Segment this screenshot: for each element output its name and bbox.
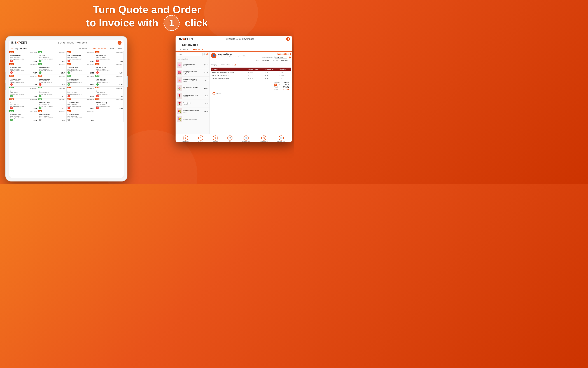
quote-year-badge: 2017	[9, 63, 14, 65]
invoice-title: Edit Invoice	[182, 43, 198, 46]
quote-card-1[interactable]: 2018 00001/2018 Awesome Hotel Date 02/01…	[9, 51, 38, 63]
preview-icon: 👁	[213, 136, 218, 140]
quote-card-18[interactable]: 2017 00006/2017 Awesome Hotel Date 06/08…	[38, 99, 66, 110]
quote-amount: 27.25	[68, 84, 94, 86]
product-type-val[interactable]: All	[185, 58, 189, 60]
quote-card-16[interactable]: 2017 00008/2017 1 Date 06/11/2017Deliver…	[95, 87, 124, 98]
invoice-settings-icon[interactable]: ⚙	[286, 37, 290, 41]
export-pdf-button[interactable]: 📄 Export to PDF	[277, 136, 285, 142]
quote-card-4[interactable]: 2017 00021/2017 My Vendor, Inc. Date 12/…	[95, 51, 124, 63]
tax-checkbox[interactable]: ✓	[274, 83, 277, 86]
opened-sum: Σ Opened USD 268.76	[89, 48, 106, 49]
quote-card-23[interactable]: 2017 00002/2017 4 Seasons Shop Date 04/0…	[67, 110, 95, 122]
due-value[interactable]: 02/01/2018	[280, 60, 291, 62]
quote-card-2[interactable]: 2017 00023/2017 Tim Carl Date 12/11/2017…	[38, 51, 66, 63]
product-item-orchid-bouquet[interactable]: 🌸 Orchid (bouquet) bunch $25.35	[176, 61, 210, 69]
quote-dates: Date 04/09/2017Delivery Date 04/26/2017	[39, 115, 66, 119]
quote-card-5[interactable]: 2017 00020/2017 4 Seasons Shop Date 12/1…	[9, 63, 38, 75]
date-sort[interactable]: ▲ Date	[108, 48, 114, 49]
product-info: Orchid (natural pink) -42 pcs	[184, 87, 203, 90]
product-item-rose-hybrid[interactable]: 🌹 Rose (red tea hybrid) 210 pcs $3.20	[176, 92, 210, 100]
quote-num: 00001/2017	[10, 88, 37, 89]
quotes-back-icon[interactable]: ←	[11, 47, 13, 50]
quote-card-10[interactable]: 2017 00015/2017 4 Seasons Shop Date 06/2…	[38, 75, 66, 86]
quote-card-17[interactable]: 2017 00007/2017 1 Date 06/11/2017Deliver…	[9, 99, 38, 110]
payment-edit-icon[interactable]: ⊕	[289, 56, 291, 59]
category-select[interactable]: -- Please select --	[218, 64, 232, 66]
quote-dates: Date 12/11/2017Delivery Date 12/18/2017	[10, 68, 37, 72]
quote-card-11[interactable]: 2017 00013/2017 4 Seasons Shop Date 06/2…	[67, 75, 95, 86]
save-send-button[interactable]: 📧 Save and send	[242, 136, 250, 142]
quote-card-7[interactable]: 2017 00019/2017 Awesome Hotel Date 10/29…	[67, 63, 95, 75]
quote-card-3[interactable]: 2017 00022/2017 Sun & Rainbow Ltd Date 1…	[67, 51, 95, 63]
product-item-orchid-natural[interactable]: 🌷 Orchid (natural pink) -42 pcs $11.00	[176, 84, 210, 92]
quote-card-15[interactable]: 2017 00009/2017 1 Date 06/11/2017Deliver…	[67, 87, 95, 98]
notes-row: + Notes	[211, 92, 291, 95]
quote-num: 00007/2017	[10, 99, 37, 101]
item-price: $ 8.10	[247, 74, 264, 77]
quote-num: 00006/2017	[10, 76, 37, 77]
filter-btn[interactable]: ▼ Filter	[116, 48, 122, 49]
quote-status: !	[68, 107, 70, 109]
product-item-roses-justforyou[interactable]: 💐 Roses 'Just for You'	[176, 115, 210, 123]
tablet-settings-icon[interactable]: ⚙	[118, 41, 122, 45]
quote-name: 4 Seasons Shop	[10, 67, 37, 68]
category-add-icon[interactable]: ⊕	[234, 63, 236, 66]
tab-products[interactable]: PRODUCTS	[190, 48, 205, 52]
quotes-grid: 2018 00001/2018 Awesome Hotel Date 02/01…	[9, 51, 124, 122]
add-product-icon[interactable]: ⊕	[206, 53, 208, 56]
invoice-meta: INV00005/2018 Payment method Credit card…	[256, 53, 291, 62]
quote-card-14[interactable]: 2017 00010/2017 1 Date 06/14/2017Deliver…	[38, 87, 66, 98]
product-item-orchid-pink[interactable]: 🌸 Orchid (lovely pink) 16 pcs $8.10	[176, 77, 210, 84]
logo-biz: BIZ	[11, 41, 17, 45]
product-item-roses-congratulation[interactable]: 💐 Roses 'Congratulation' bunch $35.00	[176, 107, 210, 115]
product-qty: bunch	[184, 65, 203, 66]
invoice-logo: BIZXPERT	[178, 37, 194, 41]
subtotal-row: Subtotal $ 68.80	[274, 81, 289, 83]
item-product: 2 bunch Orchid (bouquet)	[211, 77, 247, 80]
quote-year-badge: 2017	[67, 87, 71, 88]
quote-status: ✕	[39, 119, 42, 121]
quote-card-22[interactable]: 2017 00003/2017 Awesome Hotel Date 04/09…	[38, 110, 66, 122]
quote-card-20[interactable]: 2017 00014/2017 4 Seasons Shop Date 05/2…	[95, 99, 124, 110]
quote-dates: Date 06/14/2017Delivery Date 06/21/2017	[39, 92, 66, 95]
product-price: $35.00	[204, 110, 208, 112]
product-item-rose-red[interactable]: 🌹 Rose (red) 119 pcs $3.60	[176, 100, 210, 107]
quote-card-13[interactable]: 2017 00001/2017 1 Date 06/14/2017Deliver…	[9, 87, 38, 98]
save-print-button[interactable]: 🖨 Save and print	[260, 136, 268, 142]
product-info: Rose (red tea hybrid) 210 pcs	[184, 94, 204, 97]
invoice-back-button[interactable]: ←	[178, 43, 181, 46]
one-circle: 1	[164, 15, 180, 31]
quote-card-9[interactable]: 2017 00006/2017 4 Seasons Shop Date 10/0…	[9, 75, 38, 86]
add-notes-icon[interactable]: +	[212, 92, 215, 95]
quote-card-8[interactable]: 2017 00017/2017 My Vendor, Inc. Date 10/…	[95, 63, 124, 75]
quote-name: 4 Seasons Shop	[68, 114, 94, 115]
date-value[interactable]: 02/01/2018	[261, 60, 271, 62]
quote-year-badge-green: 2017	[38, 51, 42, 53]
product-item-orchid-exotic[interactable]: 🌺 Orchid (exotic white tropical) 19 pcs …	[176, 69, 210, 77]
quote-card-12[interactable]: 2017 00012/2017 AddressTest2 Date 06/14/…	[95, 75, 124, 86]
product-search-input[interactable]	[177, 53, 203, 56]
quote-dates: Date 12/11/2017Delivery Date 12/18/2017	[68, 56, 94, 60]
quotes-title-row: ← My quotes	[11, 47, 27, 50]
save-button[interactable]: 💾 Save	[228, 136, 232, 142]
quote-card-21[interactable]: 2017 00004/2017 4 Seasons Shop Date 05/0…	[9, 110, 38, 122]
quote-amount: 19.46	[10, 96, 37, 97]
quote-num: 00005/2017	[68, 99, 94, 101]
product-thumb: 🌸	[177, 77, 182, 83]
product-info: Orchid (exotic white tropical) 19 pcs	[184, 70, 203, 75]
edit-item-button[interactable]: ✏ Edit item	[198, 136, 203, 142]
delete-item-button[interactable]: 🗑 Delete item	[182, 136, 189, 142]
quote-status-red: !	[10, 60, 13, 62]
tab-clients[interactable]: CLIENTS	[178, 48, 190, 51]
line-item-2[interactable]: 1 pcs Orchid (lovely pink) $ 8.10 0 % $ …	[211, 74, 291, 77]
line-item-1[interactable]: 1 pcs Orchid (exotic white tropical) $ 1…	[211, 71, 291, 74]
line-item-3[interactable]: 2 bunch Orchid (bouquet) $ 25.35 0 % $ 5…	[211, 77, 291, 80]
quote-status: !	[10, 83, 13, 86]
quote-card-19[interactable]: 2017 00005/2017 4 Seasons Shop Date 04/0…	[67, 99, 95, 110]
payment-select[interactable]: Credit card	[274, 56, 287, 59]
paid-row: Paid $ 73.96	[274, 89, 289, 91]
quote-amount: 11.40	[68, 60, 94, 62]
quote-card-6[interactable]: 2017 00018/2017 4 Seasons Shop Date 10/3…	[38, 63, 66, 75]
preview-button[interactable]: 👁 Preview	[213, 136, 218, 142]
